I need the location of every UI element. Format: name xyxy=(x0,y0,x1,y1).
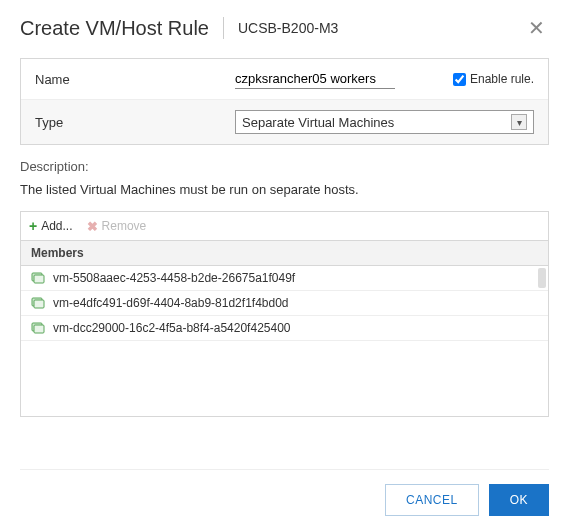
vm-icon xyxy=(31,296,45,310)
members-toolbar: + Add... ✖ Remove xyxy=(20,211,549,240)
scrollbar[interactable] xyxy=(538,268,546,288)
vm-name: vm-e4dfc491-d69f-4404-8ab9-81d2f1f4bd0d xyxy=(53,296,289,310)
table-row[interactable]: vm-e4dfc491-d69f-4404-8ab9-81d2f1f4bd0d xyxy=(21,291,548,316)
members-header: Members xyxy=(21,241,548,266)
type-dropdown[interactable]: Separate Virtual Machines ▾ xyxy=(235,110,534,134)
table-row[interactable]: vm-5508aaec-4253-4458-b2de-26675a1f049f xyxy=(21,266,548,291)
chevron-down-icon: ▾ xyxy=(511,114,527,130)
svg-rect-1 xyxy=(34,275,44,283)
dialog-footer: CANCEL OK xyxy=(20,469,549,516)
vm-icon xyxy=(31,321,45,335)
type-label: Type xyxy=(35,115,235,130)
table-row[interactable]: vm-dcc29000-16c2-4f5a-b8f4-a5420f425400 xyxy=(21,316,548,341)
members-body[interactable]: vm-5508aaec-4253-4458-b2de-26675a1f049f … xyxy=(21,266,548,416)
vm-icon xyxy=(31,271,45,285)
add-label: Add... xyxy=(41,219,72,233)
type-value: Separate Virtual Machines xyxy=(242,115,394,130)
context-name: UCSB-B200-M3 xyxy=(238,20,338,36)
close-icon[interactable]: ✕ xyxy=(524,16,549,40)
enable-rule-label: Enable rule. xyxy=(470,72,534,86)
vm-name: vm-5508aaec-4253-4458-b2de-26675a1f049f xyxy=(53,271,295,285)
description-text: The listed Virtual Machines must be run … xyxy=(20,182,549,197)
description-label: Description: xyxy=(20,159,549,174)
enable-rule-checkbox[interactable]: Enable rule. xyxy=(453,72,534,86)
dialog-title: Create VM/Host Rule xyxy=(20,17,209,40)
enable-rule-input[interactable] xyxy=(453,73,466,86)
name-input[interactable] xyxy=(235,69,395,89)
add-button[interactable]: + Add... xyxy=(29,218,73,234)
svg-rect-5 xyxy=(34,325,44,333)
svg-rect-3 xyxy=(34,300,44,308)
members-table: Members vm-5508aaec-4253-4458-b2de-26675… xyxy=(20,240,549,417)
plus-icon: + xyxy=(29,218,37,234)
cancel-button[interactable]: CANCEL xyxy=(385,484,479,516)
divider xyxy=(223,17,224,39)
vm-name: vm-dcc29000-16c2-4f5a-b8f4-a5420f425400 xyxy=(53,321,291,335)
x-icon: ✖ xyxy=(87,219,98,234)
ok-button[interactable]: OK xyxy=(489,484,549,516)
form-container: Name Enable rule. Type Separate Virtual … xyxy=(20,58,549,145)
remove-button: ✖ Remove xyxy=(87,219,147,234)
remove-label: Remove xyxy=(102,219,147,233)
name-label: Name xyxy=(35,72,235,87)
